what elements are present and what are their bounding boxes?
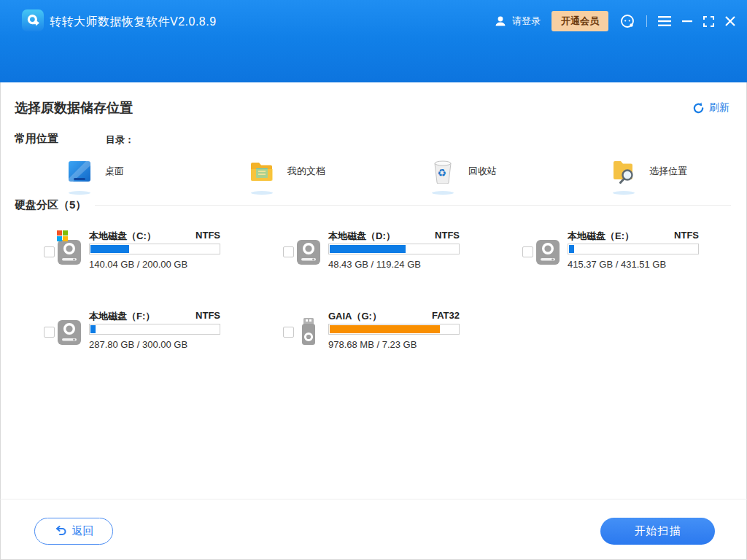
choose-location-icon (611, 158, 636, 185)
footer-divider (0, 499, 747, 499)
disk-checkbox[interactable] (283, 327, 294, 338)
disk-checkbox[interactable] (522, 246, 533, 257)
disk-name: 本地磁盘（D:） (328, 230, 395, 244)
refresh-button[interactable]: 刷新 (692, 101, 729, 114)
disk-card-g[interactable]: GAIA（G:） FAT32 978.68 MB / 7.23 GB (283, 303, 460, 355)
close-icon[interactable] (725, 16, 735, 26)
refresh-label: 刷新 (709, 101, 729, 114)
hard-drive-icon (57, 237, 82, 266)
location-choose[interactable]: 选择位置 (611, 158, 687, 185)
refresh-icon (692, 102, 705, 114)
start-scan-button[interactable]: 开始扫描 (600, 518, 715, 545)
back-button[interactable]: 返回 (34, 518, 113, 545)
app-logo-icon (22, 9, 44, 31)
icon-shadow (613, 191, 635, 195)
disk-filesystem: NTFS (674, 230, 699, 244)
usb-drive-icon (296, 317, 321, 346)
disk-filesystem: NTFS (196, 310, 220, 324)
app-title: 转转大师数据恢复软件V2.0.8.9 (50, 15, 217, 30)
disk-size: 415.37 GB / 431.51 GB (568, 259, 699, 270)
disk-card-f[interactable]: 本地磁盘（F:） NTFS 287.80 GB / 300.00 GB (44, 303, 220, 355)
disk-name: 本地磁盘（F:） (89, 310, 155, 324)
disk-checkbox[interactable] (44, 246, 55, 257)
disk-card-e[interactable]: 本地磁盘（E:） NTFS 415.37 GB / 431.51 GB (522, 222, 699, 275)
desktop-icon (67, 158, 92, 185)
disk-checkbox[interactable] (283, 246, 294, 257)
location-label: 回收站 (468, 165, 497, 178)
minimize-icon[interactable] (682, 16, 692, 26)
documents-folder-icon (249, 158, 274, 185)
disk-checkbox[interactable] (44, 327, 55, 338)
partitions-heading: 硬盘分区（5） (15, 198, 86, 212)
titlebar: 转转大师数据恢复软件V2.0.8.9 请登录 开通会员 (0, 0, 747, 82)
disk-name: 本地磁盘（E:） (568, 230, 634, 244)
location-documents[interactable]: 我的文档 (249, 158, 325, 185)
location-desktop[interactable]: 桌面 (67, 158, 124, 185)
section-divider (95, 205, 731, 206)
recycle-bin-icon: ♻ (430, 158, 455, 185)
menu-icon[interactable] (658, 16, 671, 26)
disk-card-d[interactable]: 本地磁盘（D:） NTFS 48.43 GB / 119.24 GB (283, 222, 460, 275)
disk-filesystem: NTFS (435, 230, 460, 244)
hard-drive-icon (57, 317, 82, 346)
disk-usage-bar (89, 244, 220, 254)
hard-drive-icon (296, 237, 321, 266)
hard-drive-icon (535, 237, 560, 266)
windows-logo-badge (57, 230, 68, 241)
icon-shadow (251, 191, 273, 195)
customer-service-icon[interactable] (619, 13, 635, 29)
disk-size: 287.80 GB / 300.00 GB (89, 339, 220, 350)
disk-usage-bar (328, 324, 460, 335)
login-button[interactable]: 请登录 (494, 15, 541, 28)
location-recycle-bin[interactable]: ♻ 回收站 (430, 158, 497, 185)
disk-usage-bar (568, 244, 699, 254)
common-locations-heading: 常用位置 (15, 132, 58, 146)
icon-shadow (432, 191, 454, 195)
page-title: 选择原数据储存位置 (15, 99, 133, 117)
disk-card-c[interactable]: 本地磁盘（C:） NTFS 140.04 GB / 200.00 GB (44, 222, 220, 275)
disk-name: 本地磁盘（C:） (89, 230, 156, 244)
titlebar-actions: 请登录 开通会员 (494, 0, 735, 42)
login-label: 请登录 (512, 15, 541, 28)
location-label: 选择位置 (649, 165, 687, 178)
undo-icon (54, 526, 66, 537)
vip-button[interactable]: 开通会员 (551, 11, 608, 31)
back-label: 返回 (72, 524, 94, 538)
disk-filesystem: FAT32 (432, 310, 460, 324)
svg-text:♻: ♻ (438, 167, 447, 179)
icon-shadow (69, 191, 90, 195)
directory-label: 目录： (106, 133, 134, 147)
disk-name: GAIA（G:） (328, 310, 382, 324)
disk-usage-bar (328, 244, 460, 254)
disk-size: 48.43 GB / 119.24 GB (328, 259, 460, 270)
titlebar-divider (646, 15, 647, 27)
location-label: 桌面 (105, 165, 124, 178)
disk-size: 978.68 MB / 7.23 GB (328, 339, 460, 350)
disk-size: 140.04 GB / 200.00 GB (89, 259, 220, 270)
location-label: 我的文档 (287, 165, 325, 178)
disk-filesystem: NTFS (196, 230, 220, 244)
user-icon (494, 15, 507, 28)
disk-usage-bar (89, 324, 220, 335)
maximize-icon[interactable] (703, 16, 714, 27)
